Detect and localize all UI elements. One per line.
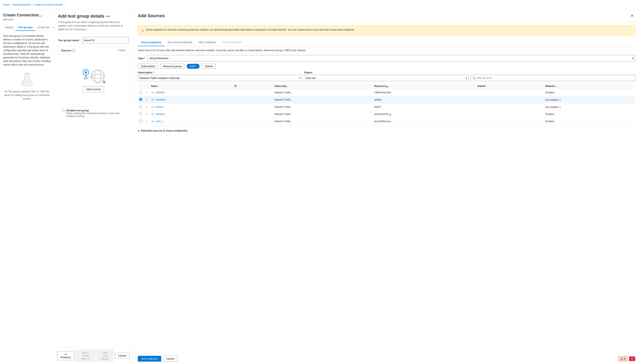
ep-tab-non-azure[interactable]: Non-Azure endpoints <box>165 39 195 46</box>
tab-create-ale[interactable]: Create ale <box>35 24 52 31</box>
row-name-cell: </> DtINPM.. <box>149 89 233 96</box>
row-checkbox-cell <box>138 110 144 118</box>
row-ip-cell <box>233 103 273 110</box>
row-name-link[interactable]: aahilvnet <box>156 98 165 101</box>
cancel-button[interactable]: Cancel <box>115 353 130 358</box>
top-bar: Home › Network Watcher › Create Connecti… <box>0 0 640 10</box>
row-name-link[interactable]: abhilash. <box>156 113 165 116</box>
row-name-cell: </> testing.... <box>149 103 233 110</box>
svg-point-7 <box>91 70 104 83</box>
filter-resource-group-button[interactable]: Resource group <box>160 64 185 69</box>
type-label: Type* <box>138 57 145 60</box>
test-group-name-label: Test group name* <box>58 39 80 42</box>
close-button[interactable]: ✕ <box>629 13 635 19</box>
selected-sources-label: Selected sources (1 Azure endpoints) <box>141 129 187 132</box>
row-checkbox[interactable] <box>139 98 142 101</box>
filter-by-name-input[interactable] <box>471 75 635 81</box>
table-row: › </> vnet_1 Network Traffic... deveshRe… <box>138 118 635 125</box>
breadcrumb-home[interactable]: Home <box>3 4 10 6</box>
sources-count: 0 Items <box>118 49 126 52</box>
filter-vnet-button[interactable]: VNET <box>187 64 200 69</box>
tab-test-groups[interactable]: Test groups <box>16 24 35 31</box>
sidebar-company: Microsoft <box>3 18 51 21</box>
filter-input-wrapper: 🔍 <box>471 75 635 81</box>
no-group-text: No Test group available Click on 'Add Te… <box>3 90 51 100</box>
row-resource-group-cell: abhilashaVM_g... <box>373 110 476 118</box>
selected-sources-toggle[interactable]: ∧ Selected sources (1 Azure endpoints) <box>138 129 635 132</box>
row-name-link[interactable]: testing.... <box>156 106 166 108</box>
left-sidebar: Create Connection... Microsoft Basics Te… <box>0 10 54 364</box>
panel-cancel-button[interactable]: Cancel <box>163 356 178 362</box>
row-warn-icon: ⚠ <box>559 105 561 108</box>
next-button[interactable]: Next : Create alert >> <box>76 350 95 362</box>
svg-point-0 <box>24 83 25 84</box>
row-name-link[interactable]: vnet_1 <box>156 120 163 123</box>
row-ip-cell <box>233 89 273 96</box>
col-ip: IP ↑↓ <box>233 84 273 89</box>
ep-tab-arc[interactable]: ARC endpoints <box>195 39 219 46</box>
warning-banner: ⚠ Some endpoints do not have monitoring … <box>138 26 635 36</box>
search-icon: 🔍 <box>472 76 476 80</box>
sources-table: Name ↑↓ IP ↑↓ Subscripti... ↑↓ Resource … <box>138 84 635 125</box>
right-panel: Add Sources ✕ ⚠ Some endpoints do not ha… <box>133 10 640 364</box>
row-warn-icon: ⚠ <box>559 98 561 101</box>
table-row: › </> testing.... Network Traffic... MyR… <box>138 103 635 110</box>
add-sources-button[interactable]: Add sources <box>83 86 104 92</box>
row-name-link[interactable]: DtINPM.. <box>156 91 166 94</box>
filter-subscription-button[interactable]: Subscription <box>138 64 158 69</box>
row-expand-button[interactable]: › <box>145 90 148 94</box>
row-expand-button[interactable]: › <box>145 98 148 102</box>
col-checkbox <box>138 84 144 89</box>
tab-basics[interactable]: Basics <box>3 24 16 31</box>
row-network-cell: Not enabled ⚠ <box>544 103 635 110</box>
breadcrumb-network-watcher[interactable]: Network Watcher <box>13 4 31 6</box>
warning-notif-icon: ⚠ <box>620 357 623 360</box>
code-icon: </> <box>151 98 154 101</box>
row-expand-cell: › <box>144 96 149 103</box>
center-more-dots[interactable]: ••• <box>106 14 110 18</box>
sources-body: Add sources <box>58 54 129 104</box>
notification-badge[interactable]: ⚠ 4 <box>618 356 627 361</box>
sources-header: Sources i 0 Items <box>58 47 129 54</box>
ep-tab-azure[interactable]: Azure endpoints <box>138 39 165 46</box>
row-subnet-cell <box>476 118 544 125</box>
row-subnet-cell <box>476 103 544 110</box>
row-expand-cell: › <box>144 103 149 110</box>
row-checkbox[interactable] <box>139 91 142 94</box>
filter-subnet-button[interactable]: Subnet <box>202 64 216 69</box>
sources-illustration <box>79 66 107 86</box>
region-select[interactable]: East US <box>304 75 469 81</box>
row-checkbox[interactable] <box>139 120 142 122</box>
table-row: › </> DtINPM.. Network Traffic... CMPrev… <box>138 89 635 96</box>
panel-header: Add Sources ✕ <box>133 10 640 22</box>
error-close-button[interactable]: ✕ <box>629 356 635 361</box>
panel-footer-notifications: ⚠ 4 ✕ <box>618 356 635 361</box>
row-ip-cell <box>233 118 273 125</box>
row-network-cell: Not enabled ⚠ <box>544 96 635 103</box>
add-test-group-button[interactable]: Add Test Group <box>97 350 113 362</box>
row-ip-cell <box>233 110 273 118</box>
type-select-wrapper: Virtual Machines Scale sets ▾ <box>147 55 635 61</box>
row-checkbox[interactable] <box>139 105 142 108</box>
row-expand-button[interactable]: › <box>145 119 148 123</box>
previous-button[interactable]: << Previous <box>57 352 74 360</box>
test-group-name-input[interactable] <box>82 37 129 44</box>
sources-title: Sources i <box>61 49 75 52</box>
sources-info-icon[interactable]: i <box>72 49 75 52</box>
selected-sources: ∧ Selected sources (1 Azure endpoints) <box>138 126 635 132</box>
breadcrumb-create-connection-monitor[interactable]: Create Connection Monitor <box>35 4 63 6</box>
disable-test-group-checkbox[interactable] <box>62 109 65 112</box>
subscription-select[interactable]: Network Traffic Analytics Subscript... <box>138 75 302 81</box>
row-name-cell: </> vnet_1 <box>149 118 233 125</box>
center-description: A Test group lets you define a logical g… <box>58 20 129 31</box>
ep-tab-recent[interactable]: Recent endpoint <box>219 39 245 46</box>
row-expand-cell: › <box>144 110 149 118</box>
region-select-wrapper: East US ▾ <box>304 75 469 81</box>
region-label: Region <box>304 71 469 74</box>
type-select[interactable]: Virtual Machines Scale sets <box>147 55 635 61</box>
row-expand-button[interactable]: › <box>145 105 148 109</box>
row-network-cell: Enabled <box>544 118 635 125</box>
add-endpoints-button[interactable]: Add endpoints <box>138 356 161 362</box>
row-expand-button[interactable]: › <box>145 112 148 116</box>
row-checkbox[interactable] <box>139 112 142 115</box>
